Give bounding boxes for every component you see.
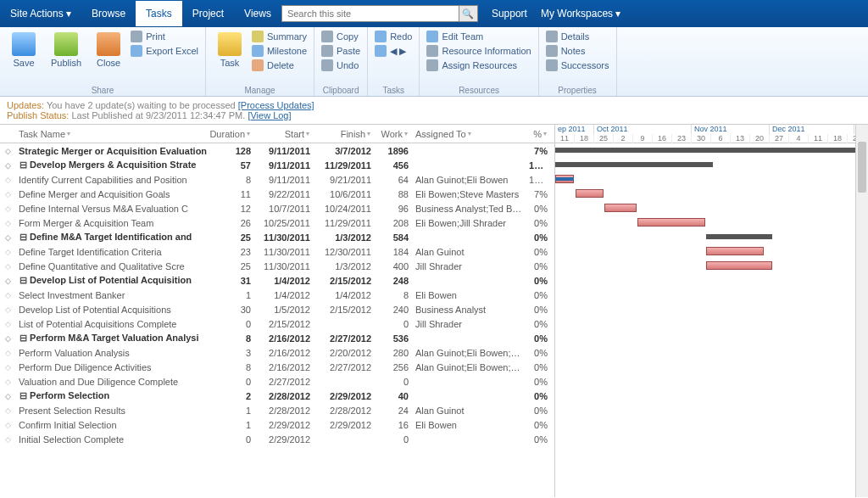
pct-cell[interactable]: 100% <box>526 175 551 185</box>
table-row[interactable]: ◇Develop List of Potential Acquisitions3… <box>0 302 554 316</box>
task-name-cell[interactable]: ⊟ Define M&A Target Identification and <box>15 232 212 243</box>
task-name-cell[interactable]: Perform Due Diligence Activities <box>15 362 212 372</box>
duration-cell[interactable]: 8 <box>212 362 254 372</box>
duration-cell[interactable]: 1 <box>212 406 254 416</box>
work-cell[interactable]: 280 <box>375 348 412 358</box>
month-label[interactable]: Oct 2011 <box>597 125 628 133</box>
finish-cell[interactable]: 2/20/2012 <box>314 348 375 358</box>
successors-button[interactable]: Successors <box>546 59 609 71</box>
gantt-bar[interactable] <box>706 234 772 239</box>
work-cell[interactable]: 208 <box>375 218 412 228</box>
start-cell[interactable]: 2/27/2012 <box>254 377 314 387</box>
print-button[interactable]: Print <box>131 31 198 42</box>
table-row[interactable]: ◇Define Target Identification Criteria23… <box>0 244 554 259</box>
duration-cell[interactable]: 30 <box>212 305 254 315</box>
task-name-cell[interactable]: Perform Valuation Analysis <box>15 348 212 358</box>
expand-toggle[interactable]: ⊟ <box>19 159 27 171</box>
table-row[interactable]: ◇Select Investment Banker11/4/20121/4/20… <box>0 288 554 302</box>
work-cell[interactable]: 88 <box>375 189 412 199</box>
col-duration[interactable]: Duration▾ <box>212 129 254 139</box>
export-excel-button[interactable]: Export Excel <box>131 45 198 57</box>
finish-cell[interactable]: 10/6/2011 <box>314 189 375 199</box>
pct-cell[interactable]: 0% <box>526 319 551 329</box>
process-updates-link[interactable]: [Process Updates] <box>238 100 314 110</box>
finish-cell[interactable]: 2/27/2012 <box>314 333 375 344</box>
task-name-cell[interactable]: ⊟ Develop Mergers & Acquisition Strate <box>15 159 212 171</box>
duration-cell[interactable]: 0 <box>212 377 254 387</box>
gantt-bar[interactable] <box>555 148 860 153</box>
pct-cell[interactable]: 0% <box>526 377 551 387</box>
gantt-bar[interactable] <box>706 261 772 270</box>
task-name-cell[interactable]: Define Merger and Acquisition Goals <box>15 189 212 199</box>
pct-cell[interactable]: 0% <box>526 333 551 344</box>
table-row[interactable]: ◇Identify Current Capabilities and Posit… <box>0 172 554 187</box>
duration-cell[interactable]: 57 <box>212 160 254 171</box>
pct-cell[interactable]: 0% <box>526 420 551 430</box>
col-start[interactable]: Start▾ <box>254 129 314 139</box>
work-cell[interactable]: 8 <box>375 290 412 300</box>
finish-cell[interactable]: 1/3/2012 <box>314 261 375 271</box>
expand-toggle[interactable]: ⊟ <box>19 390 27 401</box>
col-work[interactable]: Work▾ <box>375 129 412 139</box>
notes-button[interactable]: Notes <box>546 45 609 57</box>
topbar-support[interactable]: Support <box>492 8 527 20</box>
pct-cell[interactable]: 7% <box>526 189 551 199</box>
duration-cell[interactable]: 1 <box>212 420 254 430</box>
start-cell[interactable]: 10/7/2011 <box>254 204 314 214</box>
duration-cell[interactable]: 8 <box>212 175 254 185</box>
table-row[interactable]: ◇⊟ Develop List of Potential Acquisition… <box>0 273 554 288</box>
expand-toggle[interactable]: ⊟ <box>19 275 27 286</box>
finish-cell[interactable]: 9/21/2011 <box>314 175 375 185</box>
milestone-button[interactable]: Milestone <box>252 45 307 57</box>
start-cell[interactable]: 9/22/2011 <box>254 189 314 199</box>
task-name-cell[interactable]: Initial Selection Complete <box>15 434 212 445</box>
table-row[interactable]: ◇Perform Valuation Analysis32/16/20122/2… <box>0 345 554 360</box>
table-row[interactable]: ◇Confirm Initial Selection12/29/20122/29… <box>0 417 554 432</box>
gantt-bar[interactable] <box>576 189 604 198</box>
assigned-cell[interactable]: Alan Guinot <box>412 247 526 257</box>
work-cell[interactable]: 248 <box>375 276 412 286</box>
task-name-cell[interactable]: Identify Current Capabilities and Positi… <box>15 175 212 185</box>
duration-cell[interactable]: 8 <box>212 333 254 344</box>
task-name-cell[interactable]: Define Target Identification Criteria <box>15 247 212 257</box>
pct-cell[interactable]: 0% <box>526 348 551 358</box>
table-row[interactable]: ◇Define Merger and Acquisition Goals119/… <box>0 187 554 201</box>
menu-tasks[interactable]: Tasks <box>136 1 182 26</box>
task-name-cell[interactable]: Define Quantitative and Qualitative Scre <box>15 261 212 271</box>
table-row[interactable]: ◇⊟ Perform M&A Target Valuation Analysi8… <box>0 331 554 345</box>
finish-cell[interactable]: 3/7/2012 <box>314 146 375 156</box>
work-cell[interactable]: 456 <box>375 160 412 171</box>
pct-cell[interactable]: 0% <box>526 434 551 445</box>
work-cell[interactable]: 64 <box>375 175 412 185</box>
start-cell[interactable]: 2/16/2012 <box>254 348 314 358</box>
table-row[interactable]: ◇Define Quantitative and Qualitative Scr… <box>0 259 554 273</box>
work-cell[interactable]: 0 <box>375 377 412 387</box>
work-cell[interactable]: 1896 <box>375 146 412 156</box>
work-cell[interactable]: 0 <box>375 434 412 445</box>
assigned-cell[interactable]: Jill Shrader <box>412 261 526 271</box>
start-cell[interactable]: 2/29/2012 <box>254 420 314 430</box>
work-cell[interactable]: 240 <box>375 305 412 315</box>
table-row[interactable]: ◇⊟ Define M&A Target Identification and2… <box>0 230 554 244</box>
start-cell[interactable]: 1/4/2012 <box>254 290 314 300</box>
task-name-cell[interactable]: Confirm Initial Selection <box>15 420 212 430</box>
col-finish[interactable]: Finish▾ <box>314 129 375 139</box>
duration-cell[interactable]: 31 <box>212 276 254 286</box>
start-cell[interactable]: 11/30/2011 <box>254 247 314 257</box>
assigned-cell[interactable]: Business Analyst <box>412 305 526 315</box>
task-name-cell[interactable]: Present Selection Results <box>15 406 212 416</box>
assigned-cell[interactable]: Eli Bowen;Steve Masters <box>412 189 526 199</box>
pct-cell[interactable]: 0% <box>526 218 551 228</box>
work-cell[interactable]: 584 <box>375 232 412 243</box>
pct-cell[interactable]: 0% <box>526 406 551 416</box>
menu-views[interactable]: Views <box>234 1 281 26</box>
col-task-name[interactable]: Task Name▾ <box>15 129 212 139</box>
duration-cell[interactable]: 1 <box>212 290 254 300</box>
assigned-cell[interactable]: Alan Guinot;Eli Bowen;Jill Shra <box>412 362 526 372</box>
vertical-scrollbar[interactable] <box>855 125 868 497</box>
save-button[interactable]: Save <box>7 31 41 70</box>
start-cell[interactable]: 9/11/2011 <box>254 146 314 156</box>
finish-cell[interactable]: 2/15/2012 <box>314 305 375 315</box>
table-row[interactable]: ◇Strategic Merger or Acquisition Evaluat… <box>0 143 554 158</box>
start-cell[interactable]: 2/16/2012 <box>254 333 314 344</box>
